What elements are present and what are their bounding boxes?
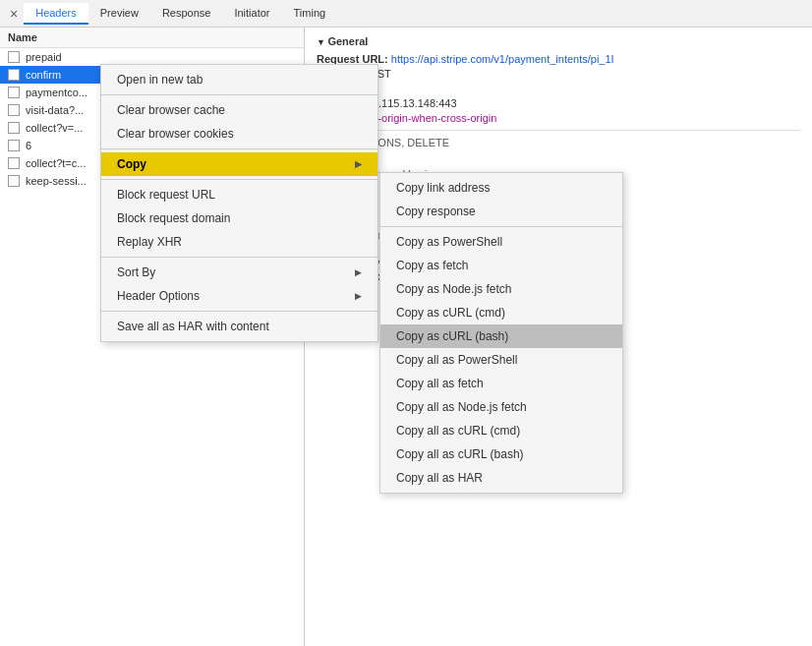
menu-copy-all-curl-cmd[interactable]: Copy all as cURL (cmd) <box>380 419 622 442</box>
menu-copy-fetch[interactable]: Copy as fetch <box>380 254 622 277</box>
devtools-panel: × Headers Preview Response Initiator Tim… <box>0 0 812 646</box>
tab-preview[interactable]: Preview <box>88 3 150 25</box>
item-name-collectv: collect?v=... <box>26 122 83 134</box>
menu-copy-all-curl-bash[interactable]: Copy all as cURL (bash) <box>380 442 622 466</box>
menu-copy-response[interactable]: Copy response <box>380 200 622 223</box>
checkbox-confirm[interactable] <box>8 69 20 81</box>
menu-replay-xhr[interactable]: Replay XHR <box>101 230 377 254</box>
menu-copy-all-har[interactable]: Copy all as HAR <box>380 466 622 490</box>
menu-sort-by[interactable]: Sort By <box>101 261 377 284</box>
item-name-6: 6 <box>26 140 31 151</box>
close-icon[interactable]: × <box>4 6 24 22</box>
tab-headers[interactable]: Headers <box>24 3 88 25</box>
menu-copy-curl-cmd[interactable]: Copy as cURL (cmd) <box>380 301 622 324</box>
checkbox-prepaid[interactable] <box>8 51 20 63</box>
request-url-row: Request URL: https://api.stripe.com/v1/p… <box>317 53 800 65</box>
menu-copy-link[interactable]: Copy link address <box>380 176 622 200</box>
extra-text-2: ripe.com <box>317 152 800 164</box>
menu-save-har[interactable]: Save all as HAR with content <box>101 315 377 338</box>
menu-copy-all-fetch[interactable]: Copy all as fetch <box>380 372 622 395</box>
item-name-visitdata: visit-data?... <box>26 104 84 116</box>
item-name-prepaid: prepaid <box>26 51 62 63</box>
menu-copy-powershell[interactable]: Copy as PowerShell <box>380 230 622 254</box>
general-section-title: General <box>317 35 800 47</box>
address-row: Address: 13.115.13.148:443 <box>317 97 800 109</box>
request-url-val: https://api.stripe.com/v1/payment_intent… <box>391 53 614 65</box>
checkbox-6[interactable] <box>8 140 20 151</box>
checkbox-keepsessi[interactable] <box>8 175 20 187</box>
item-name-paymentco: paymentco... <box>26 87 87 98</box>
context-menu-right: Copy link address Copy response Copy as … <box>379 172 623 494</box>
network-list-header: Name <box>0 28 304 48</box>
tab-response[interactable]: Response <box>150 3 223 25</box>
menu-copy-all-nodejs-fetch[interactable]: Copy all as Node.js fetch <box>380 395 622 419</box>
item-name-keepsessi: keep-sessi... <box>26 175 87 187</box>
checkbox-collectv[interactable] <box>8 122 20 134</box>
menu-block-domain[interactable]: Block request domain <box>101 206 377 230</box>
method-row: Method: POST <box>317 68 800 80</box>
checkbox-visitdata[interactable] <box>8 104 20 116</box>
tab-bar: × Headers Preview Response Initiator Tim… <box>0 0 812 28</box>
tab-timing[interactable]: Timing <box>282 3 338 25</box>
menu-copy-all-powershell[interactable]: Copy all as PowerShell <box>380 348 622 372</box>
tab-initiator[interactable]: Initiator <box>222 3 281 25</box>
checkbox-collectt[interactable] <box>8 157 20 169</box>
policy-row: Policy: strict-origin-when-cross-origin <box>317 112 800 124</box>
address-val: 13.115.13.148:443 <box>367 97 457 109</box>
menu-clear-cache[interactable]: Clear browser cache <box>101 98 377 122</box>
menu-clear-cookies[interactable]: Clear browser cookies <box>101 122 377 146</box>
code-row: Code: ● 200 <box>317 83 800 94</box>
menu-block-url[interactable]: Block request URL <box>101 183 377 206</box>
menu-header-options[interactable]: Header Options <box>101 284 377 308</box>
item-name-confirm: confirm <box>26 69 61 81</box>
checkbox-paymentco[interactable] <box>8 87 20 98</box>
extra-text-1: HEAD, OPTIONS, DELETE <box>317 137 800 148</box>
item-name-collectt: collect?t=c... <box>26 157 86 169</box>
context-menu-left: Open in new tab Clear browser cache Clea… <box>100 64 378 342</box>
menu-open-new-tab[interactable]: Open in new tab <box>101 68 377 91</box>
menu-copy-nodejs-fetch[interactable]: Copy as Node.js fetch <box>380 277 622 301</box>
menu-copy-curl-bash[interactable]: Copy as cURL (bash) <box>380 324 622 348</box>
menu-copy[interactable]: Copy <box>101 152 377 176</box>
